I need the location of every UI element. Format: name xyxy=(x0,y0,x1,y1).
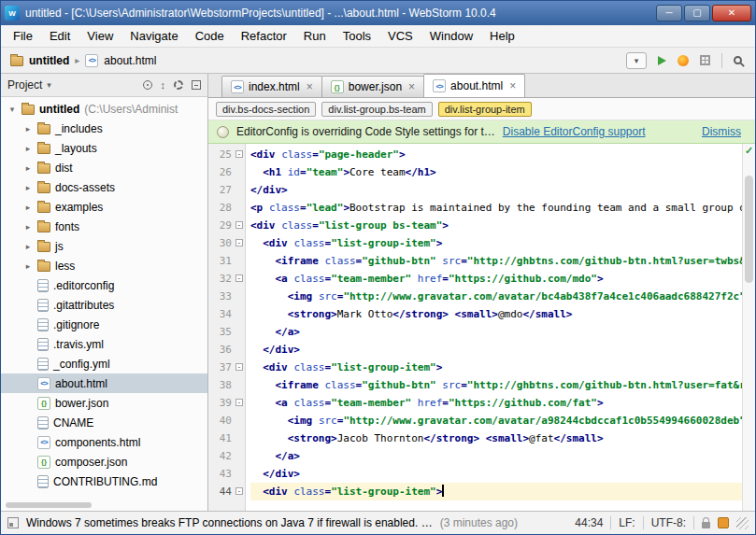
editor-scrollbar[interactable]: ✓ xyxy=(742,144,755,511)
menu-item-run[interactable]: Run xyxy=(295,26,335,46)
chevron-down-icon[interactable]: ▾ xyxy=(47,80,51,90)
minimize-button[interactable]: ─ xyxy=(656,5,682,21)
tree-item-_config.yml[interactable]: _config.yml xyxy=(1,354,207,373)
inspection-ok-icon[interactable]: ✓ xyxy=(745,145,753,157)
chevron-collapsed-icon[interactable]: ▸ xyxy=(23,163,33,173)
menu-item-code[interactable]: Code xyxy=(187,26,233,46)
caret-position[interactable]: 44:34 xyxy=(575,516,603,529)
code-line[interactable]: <img src="http://www.gravatar.com/avatar… xyxy=(250,288,742,305)
sort-icon[interactable]: ↕ xyxy=(161,80,166,91)
run-icon[interactable] xyxy=(658,56,666,65)
tab-about.html[interactable]: about.html× xyxy=(423,74,525,97)
breadcrumb-div.list-group-item[interactable]: div.list-group-item xyxy=(438,102,532,117)
menu-item-refactor[interactable]: Refactor xyxy=(233,26,295,46)
tab-index.html[interactable]: index.html× xyxy=(221,76,322,97)
menu-item-window[interactable]: Window xyxy=(421,26,481,46)
tree-item-.editorconfig[interactable]: .editorconfig xyxy=(1,275,207,295)
chevron-collapsed-icon[interactable]: ▸ xyxy=(23,203,33,212)
fold-icon[interactable]: - xyxy=(235,487,243,495)
tree-item-about.html[interactable]: about.html xyxy=(1,373,207,393)
code-line[interactable]: <a class="team-member" href="https://git… xyxy=(250,394,742,412)
locate-icon[interactable] xyxy=(143,80,152,90)
fold-icon[interactable]: - xyxy=(235,239,243,246)
chevron-collapsed-icon[interactable]: ▸ xyxy=(23,124,33,134)
breadcrumb-div.list-group.bs-team[interactable]: div.list-group.bs-team xyxy=(321,102,432,117)
fold-icon[interactable]: - xyxy=(235,150,243,158)
code-line[interactable]: </a> xyxy=(250,447,742,465)
code-line[interactable]: </div> xyxy=(250,341,742,359)
search-icon[interactable] xyxy=(734,56,742,64)
toolwindow-switcher-icon[interactable] xyxy=(7,517,19,528)
resize-grip[interactable] xyxy=(736,517,749,529)
fold-icon[interactable]: - xyxy=(235,221,243,229)
close-button[interactable]: ✕ xyxy=(712,5,751,21)
chevron-collapsed-icon[interactable]: ▸ xyxy=(23,242,33,251)
close-icon[interactable]: × xyxy=(509,79,516,92)
code-line[interactable]: <div class="list-group bs-team"> xyxy=(250,217,742,234)
chevron-collapsed-icon[interactable]: ▸ xyxy=(23,183,33,192)
code-line[interactable]: <a class="team-member" href="https://git… xyxy=(250,270,742,288)
chevron-collapsed-icon[interactable]: ▸ xyxy=(23,261,33,271)
readonly-lock-icon[interactable] xyxy=(702,522,710,528)
grid-icon[interactable] xyxy=(700,55,710,65)
tree-item-.gitattributes[interactable]: .gitattributes xyxy=(1,295,207,315)
tree-item-fonts[interactable]: ▸fonts xyxy=(1,217,207,236)
gear-icon[interactable] xyxy=(174,80,183,90)
fold-icon[interactable]: - xyxy=(235,275,243,282)
project-horizontal-scrollbar[interactable] xyxy=(6,502,92,508)
code-lines[interactable]: <div class="page-header"> <h1 id="team">… xyxy=(246,144,742,511)
code-line[interactable]: <img src="http://www.gravatar.com/avatar… xyxy=(250,412,742,429)
tab-bower.json[interactable]: bower.json× xyxy=(321,76,424,97)
close-icon[interactable]: × xyxy=(408,80,415,93)
project-panel-title[interactable]: Project xyxy=(7,78,42,92)
menu-item-file[interactable]: File xyxy=(5,26,41,46)
tree-item-_includes[interactable]: ▸_includes xyxy=(1,119,207,138)
code-line[interactable]: <strong>Mark Otto</strong> <small>@mdo</… xyxy=(250,305,742,323)
toolbar-crumb-file[interactable]: about.html xyxy=(104,54,156,67)
code-line[interactable]: <div class="list-group-item"> xyxy=(250,483,742,500)
code-line[interactable]: </div> xyxy=(250,181,742,199)
code-line[interactable]: <h1 id="team">Core team</h1> xyxy=(250,163,742,181)
tree-item-docs-assets[interactable]: ▸docs-assets xyxy=(1,177,207,197)
breadcrumb-div.bs-docs-section[interactable]: div.bs-docs-section xyxy=(216,102,316,117)
menu-item-navigate[interactable]: Navigate xyxy=(121,26,186,46)
menu-item-view[interactable]: View xyxy=(78,26,121,46)
tree-item-js[interactable]: ▸js xyxy=(1,236,207,256)
scrollbar-thumb[interactable] xyxy=(745,176,753,283)
collapse-all-icon[interactable] xyxy=(192,80,201,90)
tree-item-_layouts[interactable]: ▸_layouts xyxy=(1,138,207,158)
chevron-expanded-icon[interactable]: ▾ xyxy=(7,105,17,114)
code-line[interactable]: </a> xyxy=(250,323,742,341)
code-line[interactable]: </div> xyxy=(250,465,742,483)
fold-icon[interactable]: - xyxy=(235,363,243,371)
close-icon[interactable]: × xyxy=(307,80,313,93)
line-separator-widget[interactable]: LF: xyxy=(619,516,635,529)
disable-editorconfig-link[interactable]: Disable EditorConfig support xyxy=(503,125,646,138)
tree-item-root[interactable]: ▾untitled (C:\Users\Administ xyxy=(1,99,207,119)
tree-item-dist[interactable]: ▸dist xyxy=(1,158,207,177)
tree-item-.gitignore[interactable]: .gitignore xyxy=(1,315,207,334)
tree-item-CONTRIBUTING.md[interactable]: CONTRIBUTING.md xyxy=(1,472,207,491)
code-line[interactable]: <div class="list-group-item"> xyxy=(250,234,742,252)
tree-item-less[interactable]: ▸less xyxy=(1,256,207,275)
tree-item-composer.json[interactable]: composer.json xyxy=(1,452,207,472)
menu-item-vcs[interactable]: VCS xyxy=(379,26,421,46)
tree-item-examples[interactable]: ▸examples xyxy=(1,197,207,217)
code-line[interactable]: <iframe class="github-btn" src="http://g… xyxy=(250,252,742,270)
toolbar-crumb-project[interactable]: untitled xyxy=(29,54,69,67)
hector-inspector-icon[interactable] xyxy=(718,517,729,528)
code-line[interactable]: <strong>Jacob Thornton</strong> <small>@… xyxy=(250,429,742,447)
code-line[interactable]: <iframe class="github-btn" src="http://g… xyxy=(250,376,742,394)
run-config-selector[interactable]: ▾ xyxy=(626,52,647,69)
menu-item-tools[interactable]: Tools xyxy=(335,26,379,46)
fold-icon[interactable]: - xyxy=(235,399,243,406)
tree-item-bower.json[interactable]: bower.json xyxy=(1,393,207,413)
menu-item-edit[interactable]: Edit xyxy=(41,26,78,46)
chevron-collapsed-icon[interactable]: ▸ xyxy=(23,144,33,153)
tree-item-CNAME[interactable]: CNAME xyxy=(1,413,207,432)
tree-item-.travis.yml[interactable]: .travis.yml xyxy=(1,334,207,354)
tree-item-components.html[interactable]: components.html xyxy=(1,432,207,452)
code-line[interactable]: <div class="list-group-item"> xyxy=(250,359,742,376)
coverage-sun-icon[interactable] xyxy=(678,55,689,66)
encoding-widget[interactable]: UTF-8: xyxy=(651,516,686,529)
